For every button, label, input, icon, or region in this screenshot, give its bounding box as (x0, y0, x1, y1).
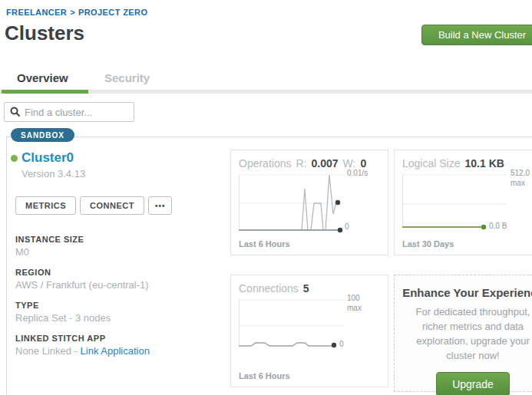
breadcrumb-project-zero-link[interactable]: PROJECT ZERO (78, 8, 147, 17)
cluster-info-column: Cluster0 Version 3.4.13 METRICS CONNECT … (11, 150, 218, 367)
cluster-status-dot (11, 155, 18, 162)
cluster-name-row: Cluster0 (11, 150, 218, 166)
detail-instance-size: INSTANCE SIZE M0 (15, 235, 218, 258)
operations-sparkline (239, 173, 354, 235)
detail-label: LINKED STITCH APP (15, 334, 218, 343)
tab-security[interactable]: Security (104, 71, 150, 84)
tab-bar (0, 90, 532, 94)
operations-write-value: 0 (360, 157, 366, 170)
detail-value: AWS / Frankfurt (eu-central-1) (15, 279, 218, 291)
detail-label: TYPE (15, 301, 218, 310)
detail-value: Replica Set - 3 nodes (15, 312, 218, 324)
breadcrumb: FREELANCER>PROJECT ZERO (6, 8, 147, 17)
connections-footer: Last 6 Hours (239, 371, 290, 380)
detail-region: REGION AWS / Frankfurt (eu-central-1) (15, 268, 218, 291)
logical-size-current-label: 0.0 B (489, 222, 507, 230)
upgrade-panel: Enhance Your Experience For dedicated th… (394, 275, 532, 392)
more-options-button[interactable]: ••• (148, 196, 173, 215)
page-title: Clusters (5, 21, 84, 45)
upgrade-button[interactable]: Upgrade (436, 372, 510, 395)
breadcrumb-separator: > (70, 8, 75, 17)
clusters-page: FREELANCER>PROJECT ZERO Clusters Build a… (0, 0, 532, 395)
operations-write-label: W: (343, 157, 356, 170)
cluster-search-box (4, 102, 134, 122)
cluster-version: Version 3.4.13 (21, 168, 218, 179)
cluster-name-link[interactable]: Cluster0 (21, 150, 74, 166)
detail-label: INSTANCE SIZE (15, 235, 218, 244)
linked-stitch-value: None Linked - (15, 345, 81, 357)
detail-type: TYPE Replica Set - 3 nodes (15, 301, 218, 324)
operations-title: Operations (239, 157, 291, 170)
logical-size-scale-label: 512.0 MBmax (511, 169, 532, 188)
operations-zero-label: 0 (345, 222, 349, 231)
connections-header: Connections 5 (231, 275, 388, 297)
tab-overview[interactable]: Overview (17, 71, 68, 84)
logical-size-chart: 512.0 MBmax 0.0 B (402, 173, 532, 238)
cluster-details: INSTANCE SIZE M0 REGION AWS / Frankfurt … (15, 235, 218, 357)
ellipsis-icon: ••• (155, 202, 166, 210)
logical-size-panel: Logical Size 10.1 KB 512.0 MBmax 0.0 B L… (394, 150, 532, 255)
logical-size-footer: Last 30 Days (402, 239, 454, 249)
detail-label: REGION (15, 268, 218, 277)
connections-title: Connections (239, 282, 299, 295)
logical-size-title: Logical Size (402, 157, 461, 170)
connections-zero-label: 0 (339, 340, 344, 348)
scale-max-word: max (347, 304, 362, 312)
scale-max-value: 512.0 MB (511, 169, 532, 177)
scale-max-word: max (511, 179, 525, 187)
search-input[interactable] (25, 104, 132, 120)
operations-panel: Operations R:0.007 W:0 0.01/s 0 Last 6 H… (230, 150, 388, 255)
connections-value: 5 (303, 282, 309, 295)
sandbox-badge: SANDBOX (11, 128, 74, 142)
breadcrumb-freelancer-link[interactable]: FREELANCER (6, 8, 67, 17)
connections-panel: Connections 5 100max 0 Last 6 Hours (230, 275, 388, 387)
detail-linked-stitch-app: LINKED STITCH APP None Linked - Link App… (15, 334, 218, 357)
scale-max-value: 100 (347, 294, 360, 302)
operations-scale-label: 0.01/s (347, 169, 368, 179)
operations-chart: 0.01/s 0 (239, 173, 388, 238)
search-icon (10, 107, 21, 117)
link-application-link[interactable]: Link Application (81, 345, 150, 357)
connections-scale-label: 100max (347, 294, 362, 313)
connections-chart: 100max 0 (239, 298, 388, 358)
operations-read-value: 0.007 (311, 157, 338, 170)
logical-size-value: 10.1 KB (465, 157, 504, 170)
metrics-button[interactable]: METRICS (15, 196, 76, 215)
upgrade-title: Enhance Your Experience (395, 286, 532, 299)
detail-value: M0 (15, 246, 218, 258)
detail-value: None Linked - Link Application (15, 345, 218, 357)
active-tab-indicator (2, 90, 88, 94)
operations-read-label: R: (296, 157, 306, 170)
cluster-action-buttons: METRICS CONNECT ••• (15, 196, 218, 215)
upgrade-body-text: For dedicated throughput, richer metrics… (415, 305, 531, 363)
connections-sparkline (239, 298, 354, 355)
operations-footer: Last 6 Hours (239, 239, 290, 249)
connect-button[interactable]: CONNECT (80, 196, 144, 215)
build-new-cluster-button[interactable]: Build a New Cluster (421, 25, 532, 45)
